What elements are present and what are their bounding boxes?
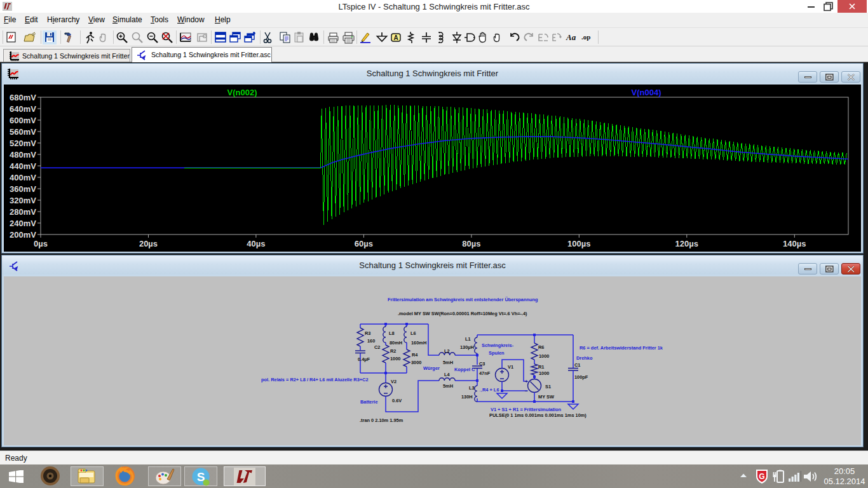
svg-text:C1: C1 bbox=[574, 362, 580, 368]
svg-text:3000: 3000 bbox=[411, 360, 421, 365]
svg-text:120µs: 120µs bbox=[675, 239, 698, 248]
svg-text:Frittersimulation am Schwingkr: Frittersimulation am Schwingkreis mit en… bbox=[388, 297, 538, 302]
svg-text:R1: R1 bbox=[538, 364, 544, 370]
svg-text:.tran 0 2.10m 1.95m: .tran 0 2.10m 1.95m bbox=[360, 417, 403, 423]
svg-text:+: + bbox=[525, 379, 528, 384]
svg-text:L4: L4 bbox=[444, 372, 451, 377]
svg-text:PULSE(0 1 1ms 0.001ms 0.001ms: PULSE(0 1 1ms 0.001ms 0.001ms 1ms 10m) bbox=[489, 412, 587, 418]
svg-text:R6 = def. Arbeitswiderstand Fr: R6 = def. Arbeitswiderstand Fritter 1k bbox=[580, 345, 663, 351]
svg-text:V(n002): V(n002) bbox=[227, 88, 257, 97]
svg-text:130H: 130H bbox=[461, 394, 473, 400]
svg-text:80mH: 80mH bbox=[390, 340, 402, 346]
svg-text:R4: R4 bbox=[412, 352, 418, 358]
svg-text:.model MY SW SW(Ron=0.00001 Ro: .model MY SW SW(Ron=0.00001 Roff=10Meg V… bbox=[398, 311, 527, 316]
svg-text:V(n004): V(n004) bbox=[632, 88, 661, 97]
svg-text:130µH: 130µH bbox=[460, 344, 474, 350]
svg-text:Koppel C: Koppel C bbox=[454, 367, 475, 372]
svg-text:160mH: 160mH bbox=[411, 340, 426, 346]
svg-text:pol. Relais = R2+ L8 / R4+ L6: pol. Relais = R2+ L8 / R4+ L6 mit Aluzel… bbox=[261, 377, 369, 383]
svg-text:520mV: 520mV bbox=[10, 139, 36, 148]
svg-text:480mV: 480mV bbox=[10, 150, 36, 159]
svg-text:L3: L3 bbox=[469, 385, 475, 391]
svg-text:140µs: 140µs bbox=[783, 239, 806, 248]
svg-text:200mV: 200mV bbox=[10, 230, 36, 240]
svg-text:Würger: Würger bbox=[423, 365, 440, 371]
svg-text:1000: 1000 bbox=[539, 353, 549, 359]
svg-text:600mV: 600mV bbox=[10, 116, 36, 125]
svg-text:MY SW: MY SW bbox=[538, 394, 554, 400]
svg-text:560mV: 560mV bbox=[10, 127, 36, 137]
svg-text:R2: R2 bbox=[390, 348, 396, 354]
svg-text:360mV: 360mV bbox=[10, 184, 36, 194]
svg-text:.op: .op bbox=[581, 33, 590, 41]
svg-text:→: → bbox=[478, 388, 483, 393]
svg-text:1000: 1000 bbox=[539, 370, 549, 376]
svg-text:60µs: 60µs bbox=[355, 239, 373, 248]
svg-text:L8: L8 bbox=[389, 330, 395, 336]
svg-text:100pF: 100pF bbox=[574, 374, 588, 380]
svg-text:V1: V1 bbox=[508, 364, 513, 370]
svg-text:47nF: 47nF bbox=[479, 370, 491, 376]
svg-text:440mV: 440mV bbox=[10, 161, 36, 171]
svg-text:R4 + L6: R4 + L6 bbox=[482, 387, 499, 393]
svg-text:−: − bbox=[525, 388, 528, 394]
svg-text:R6: R6 bbox=[538, 344, 544, 350]
svg-text:L1: L1 bbox=[465, 336, 471, 342]
svg-text:L2: L2 bbox=[444, 348, 450, 354]
svg-text:0.6V: 0.6V bbox=[392, 398, 402, 403]
svg-text:40µs: 40µs bbox=[247, 239, 265, 248]
svg-text:R3: R3 bbox=[365, 330, 370, 336]
svg-text:5mH: 5mH bbox=[443, 383, 453, 389]
svg-text:G: G bbox=[759, 472, 764, 481]
svg-text:C3: C3 bbox=[479, 361, 485, 367]
svg-text:Batterie: Batterie bbox=[360, 399, 378, 405]
svg-text:320mV: 320mV bbox=[10, 196, 36, 205]
svg-text:Drehko: Drehko bbox=[576, 355, 593, 361]
svg-text:0µs: 0µs bbox=[34, 239, 48, 248]
svg-text:C2: C2 bbox=[374, 344, 380, 350]
svg-text:5mH: 5mH bbox=[443, 360, 453, 365]
svg-text:0.4µF: 0.4µF bbox=[358, 356, 370, 362]
svg-text:680mV: 680mV bbox=[10, 93, 36, 102]
svg-text:L6: L6 bbox=[410, 330, 416, 336]
svg-text:V1 + S1 + R1 = Frittersimulati: V1 + S1 + R1 = Frittersimulation bbox=[491, 407, 562, 412]
svg-text:640mV: 640mV bbox=[10, 104, 36, 114]
svg-text:80µs: 80µs bbox=[462, 239, 480, 248]
svg-text:240mV: 240mV bbox=[10, 219, 36, 228]
svg-text:S1: S1 bbox=[545, 384, 551, 390]
svg-text:Schwingkreis-: Schwingkreis- bbox=[482, 342, 514, 348]
svg-text:V2: V2 bbox=[391, 379, 397, 384]
svg-text:20µs: 20µs bbox=[139, 239, 158, 248]
svg-text:Aa: Aa bbox=[566, 32, 576, 42]
svg-text:Spulen: Spulen bbox=[489, 350, 505, 356]
svg-text:400mV: 400mV bbox=[10, 173, 36, 182]
svg-text:160: 160 bbox=[367, 338, 375, 344]
svg-text:100µs: 100µs bbox=[567, 239, 590, 248]
svg-text:A: A bbox=[393, 34, 398, 41]
svg-text:280mV: 280mV bbox=[10, 207, 36, 217]
svg-text:1000: 1000 bbox=[390, 356, 400, 362]
